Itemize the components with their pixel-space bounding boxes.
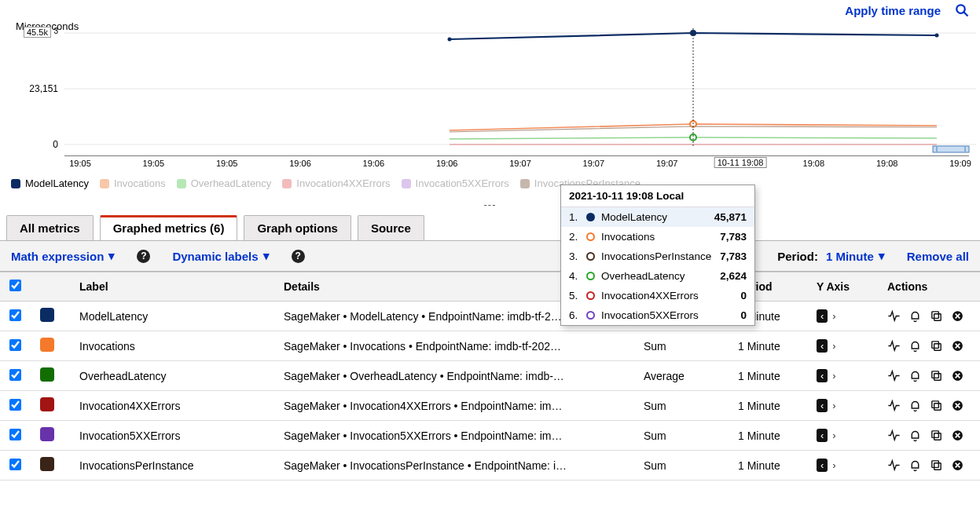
metric-period[interactable]: 1 Minute	[729, 331, 807, 361]
pulse-icon[interactable]	[887, 339, 901, 353]
remove-icon[interactable]	[951, 429, 964, 442]
metric-statistic[interactable]: Average	[634, 361, 729, 391]
dynamic-labels-button[interactable]: Dynamic labels ▾	[172, 249, 269, 263]
tab-source[interactable]: Source	[358, 215, 424, 240]
yaxis-right-button[interactable]: ›	[829, 429, 835, 441]
legend-item[interactable]: Invocation4XXErrors	[282, 177, 390, 189]
color-swatch[interactable]	[40, 338, 54, 352]
svg-point-5	[448, 38, 452, 42]
y-max-exp: 3	[53, 27, 58, 35]
bell-icon[interactable]	[908, 459, 922, 472]
color-swatch[interactable]	[40, 427, 54, 441]
remove-icon[interactable]	[951, 339, 964, 353]
x-tick: 19:06	[289, 159, 311, 168]
legend-swatch	[520, 179, 530, 188]
color-swatch[interactable]	[40, 457, 54, 471]
period-label: Period:	[777, 250, 818, 263]
empty-legend-dashes: ---	[0, 196, 980, 215]
pulse-icon[interactable]	[887, 399, 901, 412]
copy-icon[interactable]	[930, 429, 943, 442]
legend-item[interactable]: OverheadLatency	[177, 177, 272, 189]
remove-all-button[interactable]: Remove all	[907, 250, 969, 263]
row-checkbox[interactable]	[9, 429, 21, 440]
row-checkbox[interactable]	[9, 459, 21, 470]
remove-icon[interactable]	[951, 399, 964, 412]
help-icon[interactable]: ?	[137, 250, 150, 263]
metric-statistic[interactable]: Sum	[634, 391, 729, 421]
copy-icon[interactable]	[930, 459, 943, 472]
bell-icon[interactable]	[908, 399, 922, 412]
row-checkbox[interactable]	[9, 369, 21, 381]
svg-rect-15	[932, 312, 939, 319]
tab-graph-options[interactable]: Graph options	[244, 215, 351, 240]
pulse-icon[interactable]	[887, 459, 901, 472]
yaxis-left-button[interactable]: ‹	[817, 369, 828, 382]
tooltip-row: 2.Invocations7,783	[561, 227, 754, 247]
pulse-icon[interactable]	[887, 309, 901, 323]
row-checkbox[interactable]	[9, 309, 21, 321]
help-icon[interactable]: ?	[292, 250, 305, 263]
remove-icon[interactable]	[951, 309, 964, 323]
copy-icon[interactable]	[930, 369, 943, 382]
dynamic-labels-label: Dynamic labels	[172, 250, 258, 263]
row-checkbox[interactable]	[9, 399, 21, 411]
yaxis-right-button[interactable]: ›	[829, 310, 835, 322]
math-expression-button[interactable]: Math expression ▾	[11, 249, 115, 263]
col-actions: Actions	[878, 272, 980, 302]
chart-plot-area[interactable]: 3 45.5k 23,151 0	[64, 22, 969, 155]
metric-period[interactable]: 1 Minute	[729, 421, 807, 451]
zoom-icon[interactable]	[955, 3, 969, 17]
col-yaxis: Y Axis	[807, 272, 878, 302]
metric-period[interactable]: 1 Minute	[729, 451, 807, 481]
legend-item[interactable]: Invocations	[100, 177, 166, 189]
yaxis-right-button[interactable]: ›	[829, 340, 835, 352]
yaxis-left-button[interactable]: ‹	[817, 309, 828, 323]
svg-rect-34	[934, 433, 941, 440]
remove-icon[interactable]	[951, 459, 964, 472]
metric-statistic[interactable]: Sum	[634, 421, 729, 451]
metric-period[interactable]: 1 Minute	[729, 361, 807, 391]
period-dropdown[interactable]: 1 Minute ▾	[826, 249, 885, 263]
yaxis-right-button[interactable]: ›	[829, 400, 835, 411]
yaxis-left-button[interactable]: ‹	[817, 399, 828, 412]
color-swatch[interactable]	[40, 308, 54, 322]
yaxis-left-button[interactable]: ‹	[817, 429, 828, 442]
copy-icon[interactable]	[930, 309, 943, 323]
apply-time-range-link[interactable]: Apply time range	[845, 4, 941, 17]
metric-label: Invocation4XXErrors	[70, 391, 274, 421]
table-row: ModelLatencySageMaker • ModelLatency • E…	[0, 302, 980, 331]
bell-icon[interactable]	[908, 369, 922, 382]
metric-statistic[interactable]: Sum	[634, 451, 729, 481]
legend-item[interactable]: ModelLatency	[11, 177, 89, 189]
metric-period[interactable]: 1 Minute	[729, 391, 807, 421]
color-swatch[interactable]	[40, 397, 54, 411]
remove-icon[interactable]	[951, 369, 964, 382]
copy-icon[interactable]	[930, 339, 943, 353]
legend-label: OverheadLatency	[191, 177, 272, 189]
legend-label: Invocations	[114, 177, 166, 189]
row-checkbox[interactable]	[9, 339, 21, 351]
metric-statistic[interactable]: Sum	[634, 331, 729, 361]
yaxis-right-button[interactable]: ›	[829, 370, 835, 382]
pulse-icon[interactable]	[887, 369, 901, 382]
select-all-checkbox[interactable]	[9, 280, 21, 291]
yaxis-left-button[interactable]: ‹	[817, 459, 828, 472]
legend-item[interactable]: Invocation5XXErrors	[402, 177, 509, 189]
tab-all-metrics[interactable]: All metrics	[6, 215, 94, 240]
table-row: Invocation4XXErrorsSageMaker • Invocatio…	[0, 391, 980, 421]
tab-graphed-metrics[interactable]: Graphed metrics (6)	[100, 215, 238, 240]
yaxis-left-button[interactable]: ‹	[817, 339, 828, 353]
x-tick: 19:06	[436, 159, 458, 168]
pulse-icon[interactable]	[887, 429, 901, 442]
copy-icon[interactable]	[930, 399, 943, 412]
bell-icon[interactable]	[908, 339, 922, 353]
color-swatch[interactable]	[40, 367, 54, 382]
yaxis-right-button[interactable]: ›	[829, 459, 835, 471]
period-value: 1 Minute	[826, 250, 874, 263]
bell-icon[interactable]	[908, 429, 922, 442]
bell-icon[interactable]	[908, 309, 922, 323]
y-mid-tick: 23,151	[29, 83, 58, 94]
x-tick: 19:05	[69, 159, 91, 168]
tooltip-row: 3.InvocationsPerInstance7,783	[561, 247, 754, 266]
metric-details: SageMaker • Invocations • EndpointName: …	[274, 331, 634, 361]
